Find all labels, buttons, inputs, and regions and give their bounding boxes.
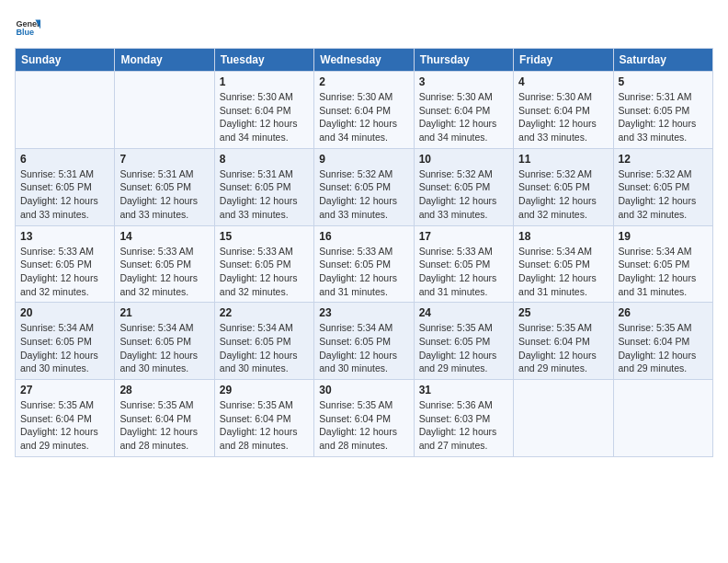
day-detail: Sunrise: 5:34 AM Sunset: 6:05 PM Dayligh… xyxy=(619,245,708,299)
day-detail: Sunrise: 5:30 AM Sunset: 6:04 PM Dayligh… xyxy=(319,90,408,144)
day-number: 14 xyxy=(119,230,209,243)
day-number: 6 xyxy=(20,153,109,166)
calendar-week-row: 13Sunrise: 5:33 AM Sunset: 6:05 PM Dayli… xyxy=(16,225,713,303)
calendar-cell: 23Sunrise: 5:34 AM Sunset: 6:05 PM Dayli… xyxy=(314,303,414,380)
calendar-cell: 7Sunrise: 5:31 AM Sunset: 6:05 PM Daylig… xyxy=(115,148,214,225)
calendar-cell: 29Sunrise: 5:35 AM Sunset: 6:04 PM Dayli… xyxy=(214,380,313,457)
day-detail: Sunrise: 5:34 AM Sunset: 6:05 PM Dayligh… xyxy=(518,245,608,299)
day-detail: Sunrise: 5:30 AM Sunset: 6:04 PM Dayligh… xyxy=(518,90,608,144)
day-number: 28 xyxy=(119,384,209,396)
day-number: 24 xyxy=(419,306,508,319)
day-number: 13 xyxy=(20,230,109,243)
day-number: 8 xyxy=(220,153,309,166)
weekday-header: Tuesday xyxy=(214,49,313,72)
calendar-cell xyxy=(115,72,214,149)
day-detail: Sunrise: 5:35 AM Sunset: 6:04 PM Dayligh… xyxy=(20,398,109,453)
day-detail: Sunrise: 5:34 AM Sunset: 6:05 PM Dayligh… xyxy=(119,321,209,375)
day-number: 15 xyxy=(220,230,309,243)
day-number: 19 xyxy=(619,230,708,243)
calendar-week-row: 27Sunrise: 5:35 AM Sunset: 6:04 PM Dayli… xyxy=(16,380,713,457)
day-detail: Sunrise: 5:34 AM Sunset: 6:05 PM Dayligh… xyxy=(220,321,309,375)
calendar-week-row: 1Sunrise: 5:30 AM Sunset: 6:04 PM Daylig… xyxy=(16,72,713,149)
day-number: 10 xyxy=(419,153,508,166)
day-number: 12 xyxy=(619,153,708,166)
calendar-cell: 5Sunrise: 5:31 AM Sunset: 6:05 PM Daylig… xyxy=(613,72,712,149)
day-detail: Sunrise: 5:31 AM Sunset: 6:05 PM Dayligh… xyxy=(119,167,209,222)
day-number: 26 xyxy=(619,306,708,319)
day-detail: Sunrise: 5:32 AM Sunset: 6:05 PM Dayligh… xyxy=(319,167,408,222)
day-detail: Sunrise: 5:35 AM Sunset: 6:04 PM Dayligh… xyxy=(319,398,408,453)
day-number: 2 xyxy=(319,75,408,88)
day-number: 17 xyxy=(419,230,508,243)
day-detail: Sunrise: 5:32 AM Sunset: 6:05 PM Dayligh… xyxy=(619,167,708,222)
calendar-cell: 17Sunrise: 5:33 AM Sunset: 6:05 PM Dayli… xyxy=(414,225,513,303)
logo-icon: General Blue xyxy=(15,15,40,40)
calendar-cell: 2Sunrise: 5:30 AM Sunset: 6:04 PM Daylig… xyxy=(314,72,414,149)
day-detail: Sunrise: 5:35 AM Sunset: 6:04 PM Dayligh… xyxy=(119,398,209,453)
day-detail: Sunrise: 5:32 AM Sunset: 6:05 PM Dayligh… xyxy=(518,167,608,222)
calendar-cell: 18Sunrise: 5:34 AM Sunset: 6:05 PM Dayli… xyxy=(514,225,613,303)
day-detail: Sunrise: 5:33 AM Sunset: 6:05 PM Dayligh… xyxy=(119,245,209,299)
day-detail: Sunrise: 5:32 AM Sunset: 6:05 PM Dayligh… xyxy=(419,167,508,222)
weekday-header: Sunday xyxy=(16,49,115,72)
calendar-cell: 10Sunrise: 5:32 AM Sunset: 6:05 PM Dayli… xyxy=(414,148,513,225)
calendar-cell: 3Sunrise: 5:30 AM Sunset: 6:04 PM Daylig… xyxy=(414,72,513,149)
calendar-cell: 16Sunrise: 5:33 AM Sunset: 6:05 PM Dayli… xyxy=(314,225,414,303)
day-number: 16 xyxy=(319,230,408,243)
weekday-header: Saturday xyxy=(613,49,712,72)
calendar-week-row: 20Sunrise: 5:34 AM Sunset: 6:05 PM Dayli… xyxy=(16,303,713,380)
day-number: 9 xyxy=(319,153,408,166)
day-number: 29 xyxy=(220,384,309,396)
day-number: 23 xyxy=(319,306,408,319)
calendar-cell xyxy=(514,380,613,457)
day-number: 30 xyxy=(319,384,408,396)
day-number: 25 xyxy=(518,306,608,319)
day-number: 11 xyxy=(518,153,608,166)
calendar-cell: 21Sunrise: 5:34 AM Sunset: 6:05 PM Dayli… xyxy=(115,303,214,380)
day-detail: Sunrise: 5:33 AM Sunset: 6:05 PM Dayligh… xyxy=(319,245,408,299)
calendar-cell: 14Sunrise: 5:33 AM Sunset: 6:05 PM Dayli… xyxy=(115,225,214,303)
day-number: 5 xyxy=(619,75,708,88)
calendar-cell: 27Sunrise: 5:35 AM Sunset: 6:04 PM Dayli… xyxy=(16,380,115,457)
day-number: 1 xyxy=(220,75,309,88)
calendar-cell: 31Sunrise: 5:36 AM Sunset: 6:03 PM Dayli… xyxy=(414,380,513,457)
calendar-cell: 8Sunrise: 5:31 AM Sunset: 6:05 PM Daylig… xyxy=(214,148,313,225)
day-number: 22 xyxy=(220,306,309,319)
day-detail: Sunrise: 5:30 AM Sunset: 6:04 PM Dayligh… xyxy=(220,90,309,144)
day-detail: Sunrise: 5:33 AM Sunset: 6:05 PM Dayligh… xyxy=(20,245,109,299)
weekday-header: Thursday xyxy=(414,49,513,72)
weekday-header: Friday xyxy=(514,49,613,72)
calendar-cell: 12Sunrise: 5:32 AM Sunset: 6:05 PM Dayli… xyxy=(613,148,712,225)
calendar-header-row: SundayMondayTuesdayWednesdayThursdayFrid… xyxy=(16,49,713,72)
day-detail: Sunrise: 5:34 AM Sunset: 6:05 PM Dayligh… xyxy=(319,321,408,375)
calendar-cell: 9Sunrise: 5:32 AM Sunset: 6:05 PM Daylig… xyxy=(314,148,414,225)
day-number: 31 xyxy=(419,384,508,396)
weekday-header: Monday xyxy=(115,49,214,72)
day-number: 27 xyxy=(20,384,109,396)
page-header: General Blue xyxy=(15,15,713,40)
day-detail: Sunrise: 5:30 AM Sunset: 6:04 PM Dayligh… xyxy=(419,90,508,144)
calendar-cell: 20Sunrise: 5:34 AM Sunset: 6:05 PM Dayli… xyxy=(16,303,115,380)
day-detail: Sunrise: 5:35 AM Sunset: 6:05 PM Dayligh… xyxy=(419,321,508,375)
day-number: 3 xyxy=(419,75,508,88)
day-number: 18 xyxy=(518,230,608,243)
day-detail: Sunrise: 5:31 AM Sunset: 6:05 PM Dayligh… xyxy=(20,167,109,222)
day-detail: Sunrise: 5:33 AM Sunset: 6:05 PM Dayligh… xyxy=(419,245,508,299)
calendar-week-row: 6Sunrise: 5:31 AM Sunset: 6:05 PM Daylig… xyxy=(16,148,713,225)
calendar-cell: 30Sunrise: 5:35 AM Sunset: 6:04 PM Dayli… xyxy=(314,380,414,457)
calendar-cell: 26Sunrise: 5:35 AM Sunset: 6:04 PM Dayli… xyxy=(613,303,712,380)
day-detail: Sunrise: 5:31 AM Sunset: 6:05 PM Dayligh… xyxy=(619,90,708,144)
calendar-cell: 1Sunrise: 5:30 AM Sunset: 6:04 PM Daylig… xyxy=(214,72,313,149)
calendar-cell: 13Sunrise: 5:33 AM Sunset: 6:05 PM Dayli… xyxy=(16,225,115,303)
calendar-body: 1Sunrise: 5:30 AM Sunset: 6:04 PM Daylig… xyxy=(16,72,713,457)
calendar-cell: 4Sunrise: 5:30 AM Sunset: 6:04 PM Daylig… xyxy=(514,72,613,149)
day-detail: Sunrise: 5:31 AM Sunset: 6:05 PM Dayligh… xyxy=(220,167,309,222)
day-detail: Sunrise: 5:35 AM Sunset: 6:04 PM Dayligh… xyxy=(619,321,708,375)
day-detail: Sunrise: 5:35 AM Sunset: 6:04 PM Dayligh… xyxy=(518,321,608,375)
day-detail: Sunrise: 5:36 AM Sunset: 6:03 PM Dayligh… xyxy=(419,398,508,453)
calendar-cell xyxy=(613,380,712,457)
calendar-cell: 11Sunrise: 5:32 AM Sunset: 6:05 PM Dayli… xyxy=(514,148,613,225)
day-detail: Sunrise: 5:34 AM Sunset: 6:05 PM Dayligh… xyxy=(20,321,109,375)
day-number: 21 xyxy=(119,306,209,319)
weekday-header: Wednesday xyxy=(314,49,414,72)
